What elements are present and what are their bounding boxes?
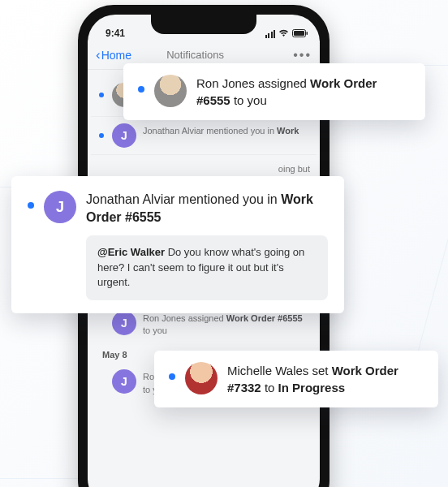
notification-text: oing but	[278, 162, 310, 175]
callout-text: Jonathan Alviar mentioned you in Work Or…	[86, 191, 328, 227]
notification-text: Jonathan Alviar mentioned you in Work	[143, 123, 310, 137]
avatar: J	[112, 123, 136, 148]
status-time: 9:41	[106, 28, 125, 39]
callout-text: Michelle Wales set Work Order #7332 to I…	[227, 362, 424, 396]
unread-dot	[28, 202, 34, 209]
svg-rect-2	[307, 32, 308, 35]
avatar: J	[112, 311, 136, 335]
callout-text: Ron Jones assigned Work Order #6555 to y…	[196, 75, 411, 109]
wifi-icon	[278, 29, 289, 39]
unread-dot	[99, 93, 104, 97]
page-title: Notifications	[97, 49, 293, 61]
list-item[interactable]: J Jonathan Alviar mentioned you in Work	[91, 116, 317, 154]
unread-dot	[169, 373, 175, 380]
phone-notch	[151, 15, 256, 34]
unread-dot	[138, 86, 144, 93]
quoted-message: @Eric Walker Do you know what's going on…	[86, 235, 328, 301]
avatar	[154, 75, 187, 107]
battery-icon	[292, 29, 308, 39]
avatar	[185, 362, 218, 394]
status-icons	[265, 29, 309, 39]
callout-card: Michelle Wales set Work Order #7332 to I…	[154, 351, 438, 407]
unread-dot	[99, 133, 104, 138]
callout-card: J Jonathan Alviar mentioned you in Work …	[11, 176, 344, 313]
more-button[interactable]: •••	[293, 48, 312, 62]
avatar: J	[112, 369, 136, 394]
svg-rect-1	[294, 31, 304, 36]
avatar: J	[44, 191, 76, 223]
callout-card: Ron Jones assigned Work Order #6555 to y…	[123, 63, 425, 120]
notification-text: Ron Jones assigned Work Order #6555 to y…	[143, 311, 310, 338]
mention: @Eric Walker	[97, 246, 165, 258]
signal-icon	[265, 30, 276, 38]
